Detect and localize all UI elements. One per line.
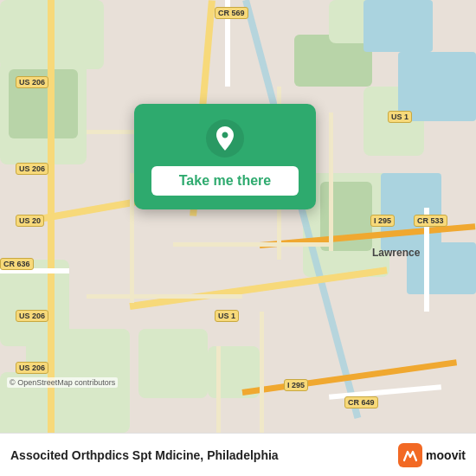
road-label-us206-3: US 206 [16, 310, 48, 322]
osm-attribution: © OpenStreetMap contributors [7, 377, 118, 388]
take-me-there-button[interactable]: Take me there [151, 166, 299, 196]
road-label-cr636: CR 636 [0, 258, 34, 270]
road-label-cr649: CR 649 [344, 396, 378, 408]
place-label-lawrence: Lawrence [372, 247, 420, 259]
water-body [381, 173, 441, 251]
location-pin-icon [206, 119, 244, 158]
park-area [138, 329, 208, 398]
bottom-bar: Associted Orthpdics Spt Mdicine, Philade… [0, 433, 476, 476]
road-secondary [173, 242, 329, 247]
road-label-i295-2: I 295 [284, 379, 308, 391]
road-label-i295: I 295 [370, 215, 395, 227]
road-label-us20: US 20 [16, 215, 44, 227]
destination-popup: Take me there [134, 104, 316, 209]
road-label-us206: US 206 [16, 76, 48, 88]
road-label-us1-2: US 1 [215, 310, 239, 322]
road-label-us1: US 1 [388, 111, 412, 123]
road-label-us206-4: US 206 [16, 362, 48, 374]
road-secondary [87, 294, 242, 299]
place-name: Associted Orthpdics Spt Mdicine, Philade… [10, 448, 398, 462]
road-secondary [216, 346, 221, 433]
moovit-logo-text: moovit [426, 448, 466, 462]
moovit-logo: moovit [398, 443, 466, 467]
road-label-us206-2: US 206 [16, 163, 48, 175]
road-label-cr569: CR 569 [215, 7, 248, 19]
moovit-logo-icon [398, 443, 422, 467]
water-body [363, 0, 433, 52]
road-secondary [260, 312, 264, 433]
road [129, 267, 387, 310]
road-secondary [329, 113, 333, 251]
road-label-cr533: CR 533 [414, 215, 447, 227]
map-view[interactable]: US 206 US 206 US 20 US 206 US 206 CR 569… [0, 0, 476, 433]
